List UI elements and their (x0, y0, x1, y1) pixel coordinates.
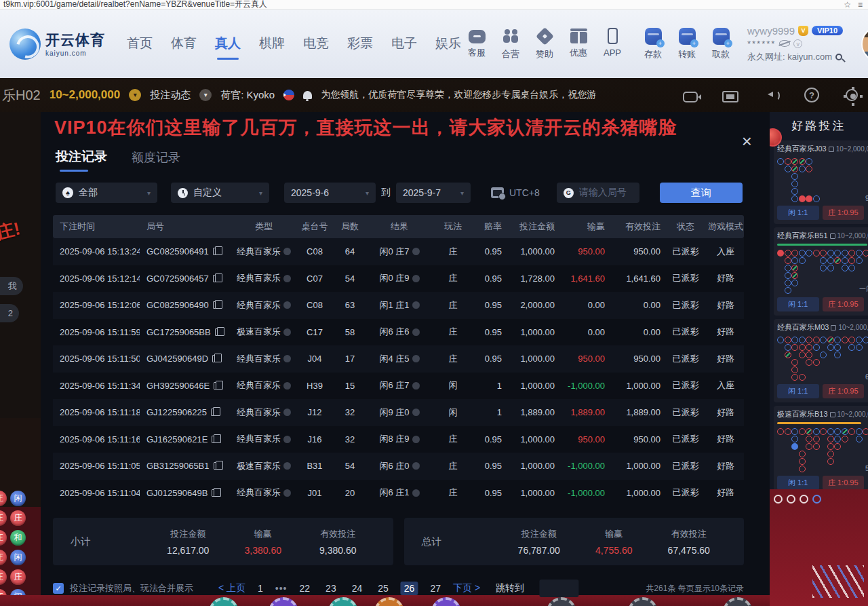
casino-chip[interactable]: 500 (374, 597, 404, 606)
nav-item-娱乐[interactable]: 娱乐 (435, 35, 461, 54)
player-bet-button[interactable]: 闲 1:1 (777, 384, 819, 398)
nav-item-真人[interactable]: 真人 (215, 35, 241, 54)
casino-chip[interactable] (328, 597, 358, 606)
url-text[interactable]: t9km.vip:6001/game/detail/realbet?enName… (3, 0, 837, 10)
casino-chip[interactable] (723, 597, 753, 606)
info-icon[interactable] (412, 275, 420, 282)
casino-chip[interactable] (628, 597, 658, 606)
page-button-27[interactable]: 27 (427, 582, 444, 595)
copy-icon[interactable] (212, 436, 218, 443)
banker-bet-button[interactable]: 庄 1:0.95 (823, 476, 865, 490)
limit-chevron-icon[interactable]: ▾ (129, 89, 141, 101)
casino-chip[interactable] (547, 597, 576, 606)
magnifier-icon[interactable] (835, 54, 842, 60)
casino-chip[interactable] (209, 597, 239, 606)
screen-icon[interactable] (722, 91, 738, 102)
info-icon[interactable] (412, 355, 420, 362)
player-bet-button[interactable]: 闲 1:1 (777, 206, 819, 220)
good-road-card[interactable]: 经典百家乐J0310~2,000,00092闲 1:1庄 1:0.95 (774, 140, 868, 224)
browser-address-bar[interactable]: t9km.vip:6001/game/detail/realbet?enName… (0, 0, 868, 10)
banker-bet-button[interactable]: 庄 1:0.95 (823, 206, 865, 220)
merge-checkbox[interactable]: ✓ (53, 583, 64, 594)
info-icon[interactable] (412, 489, 420, 497)
help-icon[interactable]: ? (804, 88, 819, 102)
page-button-26[interactable]: 26 (401, 582, 418, 595)
info-icon[interactable] (283, 436, 291, 443)
action-合营[interactable]: 合营 (495, 28, 526, 60)
action-APP[interactable]: APP (597, 28, 628, 60)
info-icon[interactable] (412, 382, 420, 390)
round-number-input[interactable]: G 请输入局号 (557, 183, 639, 203)
prev-page-button[interactable]: < 上页 (218, 582, 245, 594)
info-icon[interactable] (283, 301, 291, 309)
action-取款[interactable]: 取款 (705, 28, 736, 60)
page-button-23[interactable]: 23 (322, 582, 340, 595)
info-icon[interactable] (283, 462, 291, 470)
copy-icon[interactable] (213, 275, 219, 282)
search-button[interactable]: 查询 (660, 183, 743, 203)
copy-icon[interactable] (215, 328, 221, 336)
action-赞助[interactable]: 赞助 (529, 28, 560, 60)
site-logo[interactable]: 开云体育 kaiyun.com (9, 29, 105, 60)
copy-icon[interactable] (213, 248, 219, 255)
info-icon[interactable] (283, 248, 291, 255)
next-page-button[interactable]: 下页 > (453, 582, 480, 594)
tab-投注记录[interactable]: 投注记录 (56, 148, 107, 172)
user-avatar[interactable] (861, 26, 868, 62)
gear-icon[interactable] (846, 89, 858, 101)
player-bet-button[interactable]: 闲 1:1 (777, 476, 819, 490)
action-转账[interactable]: 转账 (671, 28, 703, 60)
player-bet-button[interactable]: 闲 1:1 (777, 297, 819, 311)
eye-off-icon[interactable] (779, 40, 790, 47)
info-icon[interactable] (283, 489, 291, 497)
copy-icon[interactable] (213, 301, 219, 309)
nav-item-棋牌[interactable]: 棋牌 (259, 35, 285, 54)
page-button-24[interactable]: 24 (349, 582, 366, 595)
copy-icon[interactable] (211, 409, 217, 416)
copy-icon[interactable] (214, 462, 220, 470)
info-icon[interactable] (412, 328, 420, 336)
info-icon[interactable] (412, 462, 420, 470)
tab-额度记录[interactable]: 额度记录 (132, 149, 180, 172)
bookmark-star-icon[interactable]: ☆ (844, 1, 851, 9)
refresh-v-icon[interactable]: v (793, 39, 802, 48)
copy-icon[interactable] (214, 382, 220, 390)
close-icon[interactable]: × (742, 134, 752, 149)
copy-icon[interactable] (212, 355, 218, 362)
info-icon[interactable] (412, 436, 420, 443)
date-from-select[interactable]: 2025-9-6 ▾ (284, 183, 376, 203)
speaker-icon[interactable] (763, 88, 780, 105)
info-icon[interactable] (412, 409, 420, 416)
jump-to-input[interactable] (539, 580, 578, 597)
date-to-select[interactable]: 2025-9-7 ▾ (396, 183, 471, 203)
info-icon[interactable] (283, 328, 291, 336)
time-mode-select[interactable]: 自定义 ▾ (171, 183, 269, 203)
bet-feed-label[interactable]: 投注动态 (150, 89, 191, 102)
info-icon[interactable] (412, 248, 420, 255)
action-优惠[interactable]: 优惠 (563, 28, 594, 60)
page-button-1[interactable]: 1 (254, 582, 267, 595)
action-客服[interactable]: 客服 (461, 28, 492, 60)
page-button-25[interactable]: 25 (374, 582, 392, 595)
good-road-card[interactable]: 经典百家乐M0310~2,000,00062闲 1:1庄 1:0.95 (774, 319, 868, 402)
username[interactable]: wywy9999 (747, 25, 795, 37)
casino-chip[interactable] (431, 597, 461, 606)
banker-bet-button[interactable]: 庄 1:0.95 (823, 384, 865, 398)
banker-bet-button[interactable]: 庄 1:0.95 (823, 297, 865, 311)
nav-item-电子[interactable]: 电子 (391, 35, 417, 54)
info-icon[interactable] (283, 409, 291, 416)
video-icon[interactable] (683, 92, 698, 102)
copy-icon[interactable] (212, 489, 218, 497)
feed-chevron-icon[interactable]: ▾ (199, 89, 212, 101)
info-icon[interactable] (283, 355, 291, 362)
info-icon[interactable] (283, 382, 291, 390)
good-road-card[interactable]: 经典百家乐B5110~2,000,000一闲闲 1:1庄 1:0.95 (774, 227, 868, 316)
action-存款[interactable]: 存款 (637, 28, 669, 60)
info-icon[interactable] (283, 275, 291, 282)
nav-item-体育[interactable]: 体育 (171, 35, 197, 54)
nav-item-电竞[interactable]: 电竞 (303, 35, 329, 54)
nav-item-彩票[interactable]: 彩票 (347, 35, 373, 54)
info-icon[interactable] (412, 301, 420, 309)
page-button-22[interactable]: 22 (296, 582, 314, 595)
game-type-select[interactable]: ♠ 全部 ▾ (56, 183, 157, 203)
